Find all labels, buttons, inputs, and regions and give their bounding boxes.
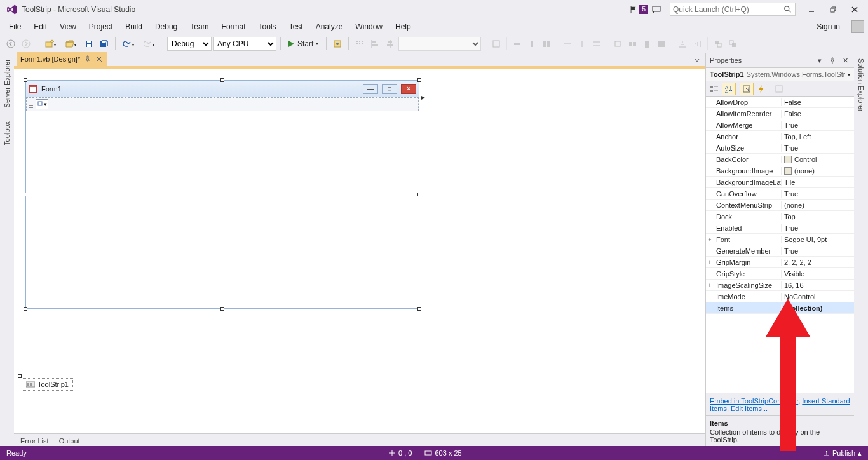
expand-icon[interactable]: +: [706, 236, 714, 243]
property-value[interactable]: Top, Left: [781, 133, 854, 140]
property-value[interactable]: NoControl: [781, 293, 854, 301]
start-button[interactable]: Start ▾: [285, 37, 322, 51]
tray-toolstrip1[interactable]: ToolStrip1: [22, 378, 73, 391]
close-icon[interactable]: ✕: [840, 55, 850, 65]
nav-back-button[interactable]: [4, 37, 18, 51]
menu-project[interactable]: Project: [84, 20, 118, 33]
categorized-icon[interactable]: [707, 83, 721, 95]
form-client-area[interactable]: [26, 111, 419, 308]
menu-window[interactable]: Window: [350, 20, 388, 33]
menu-tools[interactable]: Tools: [254, 20, 281, 33]
property-row[interactable]: +ImageScalingSize16, 16: [706, 280, 854, 291]
form-designer[interactable]: Form1 — □ ✕ ▾: [25, 80, 419, 309]
link-embed[interactable]: Embed in ToolStripContainer: [710, 397, 798, 405]
property-row[interactable]: AllowDropFalse: [706, 97, 854, 108]
pin-icon[interactable]: [84, 55, 92, 63]
property-value[interactable]: 16, 16: [781, 281, 854, 289]
platform-dropdown[interactable]: Any CPU: [213, 37, 276, 51]
property-row[interactable]: AllowMergeTrue: [706, 119, 854, 131]
property-row[interactable]: +FontSegoe UI, 9pt: [706, 234, 854, 245]
property-pages-icon[interactable]: [772, 83, 786, 95]
property-value[interactable]: True: [781, 144, 854, 152]
property-grid[interactable]: AllowDropFalseAllowItemReorderFalseAllow…: [706, 97, 854, 393]
menu-build[interactable]: Build: [120, 20, 147, 33]
menu-analyze[interactable]: Analyze: [311, 20, 348, 33]
notifications-flag-icon[interactable]: [629, 5, 638, 14]
undo-button[interactable]: ▾: [119, 37, 139, 51]
toolstrip-control[interactable]: ▾: [26, 97, 419, 111]
menu-help[interactable]: Help: [390, 20, 416, 33]
property-value[interactable]: (none): [781, 201, 854, 209]
save-all-button[interactable]: [97, 37, 111, 51]
menu-edit[interactable]: Edit: [29, 20, 52, 33]
property-row[interactable]: AllowItemReorderFalse: [706, 108, 854, 119]
quick-launch-input[interactable]: [673, 5, 783, 14]
expand-icon[interactable]: +: [706, 282, 714, 288]
close-button[interactable]: [844, 2, 865, 17]
pin-icon[interactable]: [827, 55, 837, 65]
link-edit-items[interactable]: Edit Items...: [731, 405, 768, 412]
property-value[interactable]: Segoe UI, 9pt: [781, 236, 854, 243]
property-row[interactable]: CanOverflowTrue: [706, 188, 854, 200]
property-row[interactable]: DockTop: [706, 211, 854, 222]
property-row[interactable]: AutoSizeTrue: [706, 142, 854, 154]
property-value[interactable]: Visible: [781, 270, 854, 278]
property-row[interactable]: AnchorTop, Left: [706, 131, 854, 142]
property-value[interactable]: False: [781, 98, 854, 106]
property-value[interactable]: True: [781, 121, 854, 129]
property-row[interactable]: GenerateMemberTrue: [706, 245, 854, 257]
tab-output[interactable]: Output: [59, 437, 80, 445]
quick-launch[interactable]: [670, 3, 796, 16]
redo-button[interactable]: ▾: [140, 37, 159, 51]
property-row[interactable]: BackgroundImage(none): [706, 165, 854, 177]
property-value[interactable]: Tile: [781, 179, 854, 186]
property-value[interactable]: Top: [781, 213, 854, 220]
align-center-icon[interactable]: [383, 37, 397, 51]
menu-debug[interactable]: Debug: [150, 20, 182, 33]
tab-solution-explorer[interactable]: Solution Explorer: [856, 53, 866, 117]
close-icon[interactable]: [95, 55, 103, 63]
alphabetical-icon[interactable]: AZ: [722, 83, 736, 95]
tab-server-explorer[interactable]: Server Explorer: [1, 53, 13, 113]
design-surface[interactable]: Form1 — □ ✕ ▾: [14, 69, 705, 370]
browser-link-button[interactable]: [330, 37, 344, 51]
tab-toolbox[interactable]: Toolbox: [1, 116, 13, 151]
property-value[interactable]: Control: [781, 156, 854, 163]
toolstrip-add-dropdown[interactable]: ▾: [36, 99, 48, 109]
property-row[interactable]: EnabledTrue: [706, 222, 854, 234]
property-value[interactable]: 2, 2, 2, 2: [781, 259, 854, 266]
property-row[interactable]: +GripMargin2, 2, 2, 2: [706, 257, 854, 268]
sign-in-link[interactable]: Sign in: [811, 20, 845, 33]
tab-error-list[interactable]: Error List: [20, 437, 49, 445]
menu-file[interactable]: File: [4, 20, 26, 33]
properties-icon[interactable]: [740, 83, 754, 95]
property-row[interactable]: BackColorControl: [706, 154, 854, 165]
panel-menu-icon[interactable]: ▾: [815, 55, 825, 65]
menu-test[interactable]: Test: [284, 20, 308, 33]
property-value[interactable]: True: [781, 190, 854, 198]
layout-target-dropdown[interactable]: [398, 37, 481, 51]
new-project-button[interactable]: ▾: [41, 37, 60, 51]
minimize-button[interactable]: [801, 2, 822, 17]
open-file-button[interactable]: ▾: [62, 37, 81, 51]
config-dropdown[interactable]: Debug: [167, 37, 212, 51]
object-selector[interactable]: ToolStrip1 System.Windows.Forms.ToolStri…: [706, 67, 854, 81]
events-icon[interactable]: [754, 83, 768, 95]
property-value[interactable]: True: [781, 224, 854, 232]
avatar-icon[interactable]: [851, 20, 864, 33]
property-value[interactable]: (Collection): [781, 304, 854, 312]
property-value[interactable]: True: [781, 247, 854, 255]
notification-badge[interactable]: 5: [639, 5, 648, 14]
menu-team[interactable]: Team: [185, 20, 214, 33]
feedback-icon[interactable]: [652, 4, 662, 15]
property-row[interactable]: Items(Collection): [706, 302, 854, 314]
property-row[interactable]: ImeModeNoControl: [706, 291, 854, 302]
document-tab[interactable]: Form1.vb [Design]*: [17, 52, 107, 66]
property-row[interactable]: BackgroundImageLayoutTile: [706, 177, 854, 188]
menu-format[interactable]: Format: [217, 20, 251, 33]
align-grid-icon[interactable]: [353, 37, 367, 51]
menu-view[interactable]: View: [55, 20, 81, 33]
property-row[interactable]: ContextMenuStrip(none): [706, 200, 854, 211]
component-tray[interactable]: ToolStrip1: [14, 370, 705, 433]
property-value[interactable]: False: [781, 110, 854, 118]
